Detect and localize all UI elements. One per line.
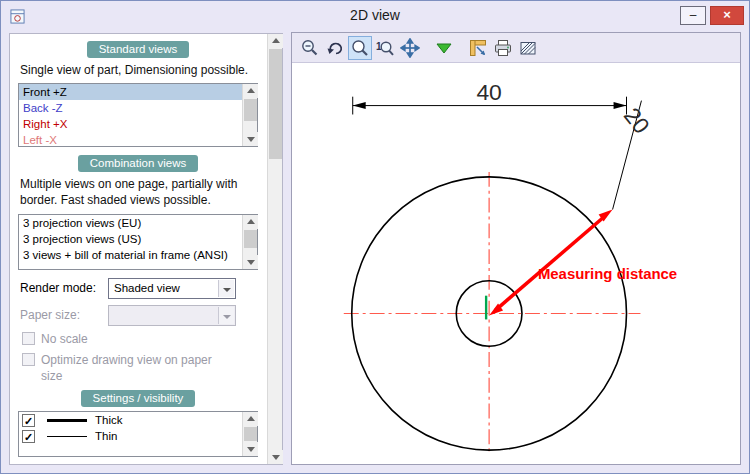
zoom-actual-size-icon: 1 — [375, 38, 395, 58]
combination-views-badge: Combination views — [78, 155, 199, 172]
list-items: Thick Thin — [19, 412, 242, 456]
thick-checkbox[interactable] — [22, 414, 35, 427]
view-option-back[interactable]: Back -Z — [19, 100, 242, 116]
view-toolbar: 1 — [292, 33, 740, 63]
list-items: 3 projection views (EU) 3 projection vie… — [19, 215, 242, 269]
thin-line-sample-icon — [47, 436, 87, 437]
fit-view-icon — [434, 38, 454, 58]
sidebar: Standard views Single view of part, Dime… — [9, 33, 283, 465]
render-mode-select[interactable]: Shaded view — [108, 278, 236, 299]
pan-button[interactable] — [398, 36, 422, 60]
scroll-up-button[interactable] — [243, 84, 258, 98]
combo-option-us[interactable]: 3 projection views (US) — [19, 231, 242, 247]
undo-icon — [325, 38, 345, 58]
zoom-out-icon — [300, 38, 320, 58]
view-panel: 1 — [291, 32, 741, 465]
standard-views-badge: Standard views — [87, 41, 190, 58]
dimension-inner: 20 — [613, 101, 655, 210]
window-controls: – × — [680, 6, 744, 25]
render-mode-row: Render mode: Shaded view — [20, 278, 256, 299]
chevron-down-icon[interactable] — [218, 280, 234, 297]
close-button[interactable]: × — [710, 6, 744, 25]
combo-option-ansi[interactable]: 3 views + bill of material in frame (ANS… — [19, 247, 242, 263]
section-hatch-button[interactable] — [516, 36, 540, 60]
drawing-area: 40 20 Measuring distance — [292, 64, 740, 464]
no-scale-label: No scale — [41, 332, 88, 348]
paper-size-row: Paper size: — [20, 305, 256, 326]
measuring-line — [489, 210, 612, 316]
scroll-down-button[interactable] — [243, 442, 258, 456]
line-type-row-thick[interactable]: Thick — [19, 412, 242, 428]
combo-option-eu[interactable]: 3 projection views (EU) — [19, 215, 242, 231]
zoom-window-button[interactable] — [348, 36, 372, 60]
undo-zoom-button[interactable] — [323, 36, 347, 60]
render-mode-label: Render mode: — [20, 281, 108, 295]
scroll-down-button[interactable] — [243, 132, 258, 146]
titlebar[interactable]: 2D view – × — [1, 1, 749, 31]
scroll-up-button[interactable] — [268, 34, 283, 48]
zoom-actual-size-button[interactable]: 1 — [373, 36, 397, 60]
view-option-left[interactable]: Left -X — [19, 132, 242, 146]
render-mode-value: Shaded view — [114, 282, 180, 294]
paper-size-label: Paper size: — [20, 308, 108, 322]
print-icon — [493, 38, 513, 58]
fit-view-button[interactable] — [432, 36, 456, 60]
chevron-down-icon — [218, 307, 234, 324]
paper-size-select — [108, 305, 236, 326]
optimize-checkbox — [22, 353, 35, 366]
sidebar-scrollbar[interactable] — [267, 34, 282, 464]
thin-checkbox[interactable] — [22, 430, 35, 443]
thick-label: Thick — [95, 414, 122, 426]
measuring-distance-label: Measuring distance — [538, 266, 677, 282]
no-scale-row: No scale — [22, 332, 256, 348]
scroll-thumb[interactable] — [244, 427, 257, 441]
section-hatch-icon — [518, 38, 538, 58]
minimize-button[interactable]: – — [680, 6, 706, 25]
drawing-canvas[interactable]: 40 20 Measuring distance — [292, 64, 740, 464]
optimize-row: Optimize drawing view on paper size — [22, 353, 256, 384]
combination-views-scrollbar[interactable] — [242, 215, 257, 269]
thin-label: Thin — [95, 430, 117, 442]
no-scale-checkbox — [22, 332, 35, 345]
scroll-up-button[interactable] — [243, 412, 258, 426]
dimension-outer: 40 — [353, 79, 627, 115]
list-items: Front +Z Back -Z Right +X Left -X — [19, 84, 242, 146]
line-type-row-thin[interactable]: Thin — [19, 428, 242, 444]
print-button[interactable] — [491, 36, 515, 60]
settings-scrollbar[interactable] — [242, 412, 257, 456]
inner-dimension-value: 20 — [619, 103, 655, 139]
zoom-out-button[interactable] — [298, 36, 322, 60]
zoom-window-icon — [350, 38, 370, 58]
standard-views-list: Front +Z Back -Z Right +X Left -X — [18, 83, 258, 147]
scroll-down-button[interactable] — [268, 450, 283, 464]
settings-visibility-badge: Settings / visibility — [81, 390, 196, 407]
scroll-down-button[interactable] — [243, 255, 258, 269]
sidebar-content: Standard views Single view of part, Dime… — [10, 34, 266, 464]
combination-views-list: 3 projection views (EU) 3 projection vie… — [18, 214, 258, 270]
window-title: 2D view — [1, 7, 749, 23]
view-option-front[interactable]: Front +Z — [19, 84, 242, 100]
scroll-up-button[interactable] — [243, 215, 258, 229]
drawing-frame-icon — [468, 38, 488, 58]
thick-line-sample-icon — [47, 419, 87, 422]
settings-visibility-list: Thick Thin — [18, 411, 258, 457]
view-option-right[interactable]: Right +X — [19, 116, 242, 132]
standard-views-description: Single view of part, Dimensioning possib… — [20, 62, 258, 78]
drawing-frame-button[interactable] — [466, 36, 490, 60]
optimize-label: Optimize drawing view on paper size — [41, 353, 221, 384]
standard-views-scrollbar[interactable] — [242, 84, 257, 146]
outer-dimension-value: 40 — [476, 79, 501, 105]
dialog-window: 2D view – × Standard views Single view o… — [0, 0, 750, 474]
combination-views-description: Multiple views on one page, partially wi… — [20, 176, 258, 208]
scroll-thumb[interactable] — [269, 49, 282, 159]
scroll-thumb[interactable] — [244, 99, 257, 121]
scroll-thumb[interactable] — [244, 230, 257, 248]
pan-icon — [400, 38, 420, 58]
